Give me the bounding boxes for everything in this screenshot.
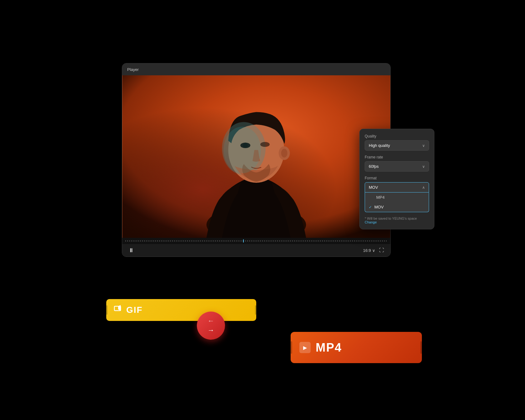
timeline-strip[interactable]: [122, 238, 390, 244]
mp4-play-icon: ▶: [299, 342, 311, 353]
gif-left-handle: [106, 305, 108, 315]
framerate-value: 60fps: [369, 164, 379, 169]
player-title: Player: [127, 67, 139, 72]
fullscreen-button[interactable]: ⛶: [379, 248, 384, 253]
format-value: MOV: [369, 185, 378, 190]
arrow-right-icon: →: [208, 326, 214, 334]
controls-right: 16:9 ∨ ⛶: [363, 248, 384, 253]
mov-check-icon: ✓: [369, 205, 372, 209]
format-option-mp4-label: MP4: [376, 195, 385, 200]
controls-left: ⏸: [128, 247, 134, 254]
player-titlebar: Player: [122, 63, 390, 75]
timeline-playhead: [243, 239, 244, 242]
framerate-chevron-icon: ∨: [422, 164, 425, 169]
framerate-select[interactable]: 60fps ∨: [365, 161, 429, 172]
settings-footer: * Will be saved to YEUNG's space Change: [365, 217, 429, 224]
gif-text: GIF: [126, 305, 143, 315]
framerate-label: Frame rate: [365, 155, 429, 159]
framerate-field: Frame rate 60fps ∨: [365, 155, 429, 172]
format-dropdown: MP4 ✓ MOV: [365, 192, 429, 212]
quality-chevron-icon: ∨: [422, 143, 425, 148]
settings-panel: Quality High quality ∨ Frame rate 60fps …: [359, 129, 434, 229]
format-select[interactable]: MOV ∧: [365, 182, 429, 192]
video-area: [122, 75, 390, 238]
aspect-ratio-label: 16:9: [363, 248, 371, 253]
gif-icon: [114, 305, 122, 315]
format-field: Format MOV ∧ MP4 ✓ MOV: [365, 176, 429, 212]
mp4-badge[interactable]: ▶ MP4: [291, 332, 422, 363]
player-window: Player: [122, 63, 391, 257]
mp4-left-handle: [291, 341, 292, 354]
change-link[interactable]: Change: [365, 220, 377, 224]
chevron-down-icon: ∨: [372, 248, 375, 253]
pause-button[interactable]: ⏸: [128, 247, 134, 254]
format-chevron-icon: ∧: [422, 185, 425, 190]
svg-point-10: [260, 142, 270, 147]
quality-field: Quality High quality ∨: [365, 134, 429, 151]
player-controls: ⏸ 16:9 ∨ ⛶: [122, 244, 390, 257]
svg-point-6: [281, 149, 288, 158]
footer-text: * Will be saved to YEUNG's space: [365, 217, 417, 220]
convert-button[interactable]: ← →: [197, 312, 225, 340]
quality-select[interactable]: High quality ∨: [365, 140, 429, 151]
convert-arrows: ← →: [208, 317, 214, 334]
format-label: Format: [365, 176, 429, 180]
play-symbol: ▶: [303, 345, 307, 351]
svg-point-11: [223, 127, 261, 173]
gif-badge[interactable]: GIF: [106, 299, 256, 321]
mp4-right-handle: [420, 341, 422, 354]
aspect-ratio-button[interactable]: 16:9 ∨: [363, 248, 375, 253]
format-option-mov-label: MOV: [374, 205, 384, 209]
format-option-mp4[interactable]: MP4: [365, 192, 429, 202]
format-option-mov[interactable]: ✓ MOV: [365, 202, 429, 212]
arrow-left-icon: ←: [208, 317, 214, 325]
quality-value: High quality: [369, 143, 390, 148]
mp4-text: MP4: [316, 341, 342, 354]
gif-right-handle: [255, 305, 256, 315]
timeline-dots: [125, 240, 387, 242]
quality-label: Quality: [365, 134, 429, 138]
